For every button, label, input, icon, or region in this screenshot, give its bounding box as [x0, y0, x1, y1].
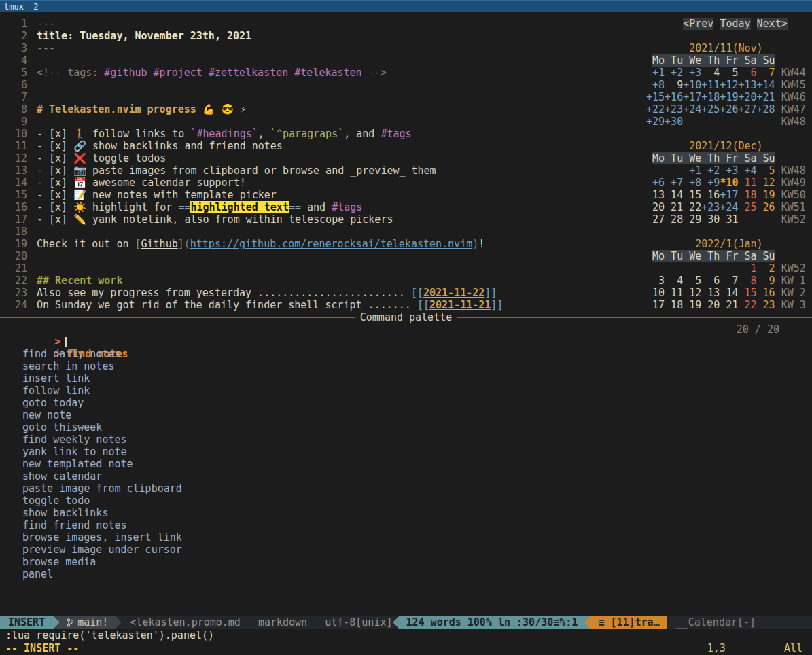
buffer-line[interactable]: 2title: Tuesday, November 23th, 2021: [0, 30, 639, 42]
calendar-day[interactable]: 13 14 15 16: [646, 189, 720, 201]
calendar-day-noted[interactable]: +6 +7 +8 +9: [646, 177, 720, 189]
buffer-line[interactable]: 12- [x] ❌ toggle todos: [0, 152, 639, 164]
wiki-date-link[interactable]: 2021-11-21: [429, 299, 491, 311]
buffer-line[interactable]: 13- [x] 📷 paste images from clipboard or…: [0, 164, 639, 177]
calendar-day[interactable]: 23: [757, 299, 775, 311]
calendar-day[interactable]: 22: [738, 299, 756, 311]
calendar-month-title: 2021/11(Nov): [689, 42, 762, 54]
buffer-line[interactable]: 10- [x] 🚶 follow links to `#headings`, `…: [0, 128, 639, 140]
calendar-day-noted[interactable]: +22+23+24+25+26+27+28: [646, 103, 775, 116]
calendar-week-number: KW48: [781, 164, 806, 177]
calendar-day[interactable]: 1: [738, 262, 756, 275]
calendar-day[interactable]: 2: [757, 262, 775, 275]
calendar-day[interactable]: 15: [738, 287, 756, 299]
calendar-today-button[interactable]: Today: [720, 18, 750, 30]
palette-item[interactable]: panel: [0, 568, 812, 580]
calendar-day-noted[interactable]: +15+16+17+18+19+20+21: [646, 91, 775, 103]
calendar-day[interactable]: 11: [738, 177, 756, 189]
palette-item[interactable]: show calendar: [0, 470, 812, 482]
calendar-day[interactable]: 19: [757, 189, 775, 201]
punctuation: ==: [178, 201, 190, 213]
palette-item[interactable]: toggle todo: [0, 495, 812, 507]
buffer-line[interactable]: 6: [0, 79, 639, 91]
buffer-line[interactable]: 22## Recent work: [0, 275, 639, 287]
palette-item[interactable]: find weekly notes: [0, 433, 812, 446]
palette-item[interactable]: follow link: [0, 385, 812, 397]
calendar-day[interactable]: 4 5: [701, 67, 738, 79]
buffer-line[interactable]: 14- [x] 📅 awesome calendar support!: [0, 177, 639, 189]
palette-item[interactable]: yank link to note: [0, 446, 812, 458]
palette-item[interactable]: paste image from clipboard: [0, 482, 812, 495]
calendar-day[interactable]: 27 28 29 30 31: [646, 213, 738, 226]
buffer-line[interactable]: 18: [0, 226, 639, 238]
buffer-line[interactable]: 21: [0, 262, 639, 275]
buffer-line[interactable]: 20: [0, 250, 639, 262]
wiki-date-link[interactable]: 2021-11-22: [423, 287, 484, 299]
palette-item-selected[interactable]: >find notes: [0, 336, 812, 348]
calendar-day[interactable]: 18: [738, 189, 756, 201]
calendar-day[interactable]: 9: [757, 275, 775, 287]
text: - [x] 🔗 show backlinks and friend notes: [37, 140, 283, 152]
external-url-link[interactable]: https://github.com/renerocksai/telekaste…: [190, 238, 472, 250]
calendar-prev-button[interactable]: <Prev: [683, 18, 713, 30]
palette-item[interactable]: find friend notes: [0, 519, 812, 531]
palette-border: Command palette: [0, 311, 812, 323]
buffer-line[interactable]: 11- [x] 🔗 show backlinks and friend note…: [0, 140, 639, 152]
tag-text: #telekasten: [294, 67, 361, 79]
calendar-day[interactable]: 3 4 5 6 7: [646, 275, 738, 287]
buffer-line[interactable]: 8# Telekasten.nvim progress 💪 😎 ⚡: [0, 103, 639, 116]
calendar-day-noted[interactable]: +10+11+12+13+14: [683, 79, 775, 91]
calendar-day[interactable]: 12: [757, 177, 775, 189]
calendar-day[interactable]: 7: [757, 67, 775, 79]
calendar-day-today[interactable]: *10: [720, 177, 738, 189]
stats-label: 124 words 100% ln :30/30≡%:1: [406, 616, 578, 629]
palette-item[interactable]: insert link: [0, 372, 812, 385]
calendar-row: 2021/12(Dec): [646, 140, 812, 152]
calendar-next-button[interactable]: Next>: [757, 18, 788, 30]
calendar-day[interactable]: 10 11 12 13 14: [646, 287, 738, 299]
palette-item[interactable]: goto thisweek: [0, 421, 812, 433]
buffer-line[interactable]: 23Also see my progress from yesterday ..…: [0, 287, 639, 299]
buffer-line[interactable]: 9: [0, 116, 639, 128]
calendar-day-noted[interactable]: +29+30: [646, 116, 683, 128]
calendar-day-noted[interactable]: +1 +2 +3: [646, 67, 701, 79]
calendar-day[interactable]: 17 18 19 20 21: [646, 299, 738, 311]
calendar-weekday-header: Mo Tu We Th Fr Sa Su: [652, 250, 775, 262]
command-line[interactable]: :lua require('telekasten').panel(): [0, 629, 812, 642]
calendar-day[interactable]: 26: [757, 201, 775, 213]
calendar-day[interactable]: 16: [757, 287, 775, 299]
calendar-day-noted[interactable]: +8: [646, 79, 665, 91]
buffer-line[interactable]: 4: [0, 54, 639, 67]
palette-item[interactable]: goto today: [0, 397, 812, 409]
calendar-day-noted[interactable]: +17: [720, 189, 738, 201]
buffer-line[interactable]: 5<!-- tags: #github #project #zettelkast…: [0, 67, 639, 79]
palette-item[interactable]: new templated note: [0, 458, 812, 470]
buffer-line[interactable]: 17- [x] ✏️ yank notelink, also from with…: [0, 213, 639, 226]
calendar-day[interactable]: 20 21 22: [646, 201, 701, 213]
calendar-day-noted[interactable]: +1 +2 +3 +4: [683, 164, 756, 177]
palette-item[interactable]: search in notes: [0, 360, 812, 372]
tag-text: #tags: [332, 201, 362, 213]
palette-item[interactable]: browse media: [0, 556, 812, 568]
github-link[interactable]: Github: [141, 238, 178, 250]
calendar-week-number: KW46: [781, 91, 806, 103]
palette-prompt-input[interactable]: > 20 / 20: [0, 323, 812, 336]
palette-item[interactable]: browse images, insert link: [0, 531, 812, 544]
buffer-line[interactable]: 24On Sunday we got rid of the daily find…: [0, 299, 639, 311]
calendar-day[interactable]: 8: [738, 275, 756, 287]
palette-item[interactable]: show backlinks: [0, 507, 812, 519]
calendar-day-noted[interactable]: +23+24: [701, 201, 738, 213]
calendar-day[interactable]: 6: [738, 67, 756, 79]
palette-item[interactable]: new note: [0, 409, 812, 421]
calendar-day[interactable]: 9: [665, 79, 683, 91]
buffer-line[interactable]: 15- [x] 📝 new notes with template picker: [0, 189, 639, 201]
tag-text: `#headings`: [190, 128, 258, 140]
buffer-line[interactable]: 19Check it out on [Github](https://githu…: [0, 238, 639, 250]
buffer-line[interactable]: 16- [x] ☀️ highlight for ==highlighted t…: [0, 201, 639, 213]
calendar-day[interactable]: 25: [738, 201, 756, 213]
buffer-line[interactable]: 7: [0, 91, 639, 103]
calendar-day[interactable]: 5: [757, 164, 775, 177]
palette-item[interactable]: preview image under cursor: [0, 544, 812, 556]
buffer-line[interactable]: 1---: [0, 18, 639, 30]
buffer-line[interactable]: 3---: [0, 42, 639, 54]
